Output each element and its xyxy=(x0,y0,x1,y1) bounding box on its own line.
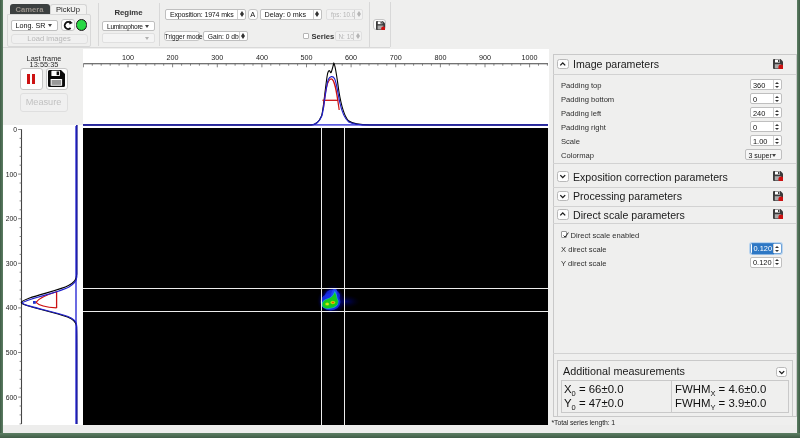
svg-text:900: 900 xyxy=(479,53,491,62)
svg-text:500: 500 xyxy=(301,53,313,62)
svg-text:800: 800 xyxy=(434,53,446,62)
svg-text:100: 100 xyxy=(122,53,134,62)
svg-text:600: 600 xyxy=(345,53,357,62)
svg-text:200: 200 xyxy=(6,215,18,222)
svg-text:600: 600 xyxy=(6,394,18,401)
svg-text:1000: 1000 xyxy=(522,53,538,62)
svg-text:200: 200 xyxy=(167,53,179,62)
svg-text:700: 700 xyxy=(390,53,402,62)
svg-text:400: 400 xyxy=(256,53,268,62)
svg-text:100: 100 xyxy=(6,171,18,178)
svg-text:0: 0 xyxy=(13,126,17,133)
svg-text:500: 500 xyxy=(6,349,18,356)
svg-text:400: 400 xyxy=(6,304,18,311)
svg-text:300: 300 xyxy=(6,260,18,267)
svg-text:300: 300 xyxy=(211,53,223,62)
